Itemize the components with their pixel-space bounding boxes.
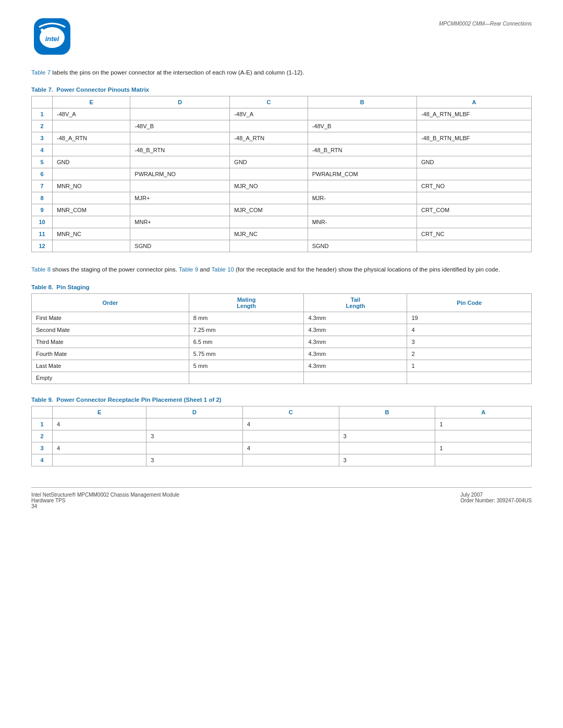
table7-cell-A: -48_B_RTN_MLBF xyxy=(417,132,532,144)
table7-cell-D: MNR+ xyxy=(130,216,230,228)
table7-cell-num: 9 xyxy=(32,204,53,216)
table7-cell-B: PWRALRM_COM xyxy=(308,168,417,180)
table8-label: Table 8. xyxy=(31,284,53,290)
table7-cell-num: 10 xyxy=(32,216,53,228)
table9-cell-A: 1 xyxy=(435,442,532,454)
table8-cell-mating: 6.5 mm xyxy=(189,336,304,348)
table7-cell-D xyxy=(130,228,230,240)
table7-cell-A: GND xyxy=(417,156,532,168)
svg-point-3 xyxy=(41,29,44,32)
table9-cell-C xyxy=(242,454,339,466)
table7-cell-num: 7 xyxy=(32,180,53,192)
table7-cell-E xyxy=(53,120,130,132)
table-row: 10MNR+MNR- xyxy=(32,216,532,228)
table7-cell-E: -48V_A xyxy=(53,108,130,120)
table7: E D C B A 1-48V_A-48V_A-48_A_RTN_MLBF2-4… xyxy=(31,96,532,252)
table8-cell-order: Third Mate xyxy=(32,336,189,348)
table-row: 7MNR_NOMJR_NOCRT_NO xyxy=(32,180,532,192)
table9: E D C B A 14412333441433 xyxy=(31,406,532,466)
table-row: 2-48V_B-48V_B xyxy=(32,120,532,132)
table9-cell-num: 1 xyxy=(32,418,53,430)
table8-col-mating: MatingLength xyxy=(189,293,304,312)
table9-cell-B xyxy=(339,442,435,454)
table8-heading: Pin Staging xyxy=(56,284,89,290)
table7-cell-C: -48V_A xyxy=(230,108,308,120)
table-row: Last Mate5 mm4.3mm1 xyxy=(32,360,532,372)
table7-cell-A xyxy=(417,168,532,180)
table7-cell-B xyxy=(308,156,417,168)
table8-ref[interactable]: Table 8 xyxy=(31,266,51,273)
table-row: Second Mate7.25 mm4.3mm4 xyxy=(32,324,532,336)
table7-cell-B: MJR- xyxy=(308,192,417,204)
table7-cell-C xyxy=(230,240,308,252)
table-row: Empty xyxy=(32,372,532,384)
table9-cell-E: 4 xyxy=(53,442,146,454)
table8-cell-order: Last Mate xyxy=(32,360,189,372)
table7-header-row: E D C B A xyxy=(32,96,532,108)
svg-text:intel: intel xyxy=(45,35,59,43)
table7-cell-E xyxy=(53,168,130,180)
table9-ref[interactable]: Table 9 xyxy=(179,266,198,273)
table7-heading: Power Connector Pinouts Matrix xyxy=(56,87,149,93)
table8-section: Table 8. Pin Staging Order MatingLength … xyxy=(31,284,532,384)
table7-cell-B xyxy=(308,132,417,144)
table7-cell-E xyxy=(53,192,130,204)
table9-cell-D: 3 xyxy=(146,454,243,466)
table8-cell-order: Empty xyxy=(32,372,189,384)
table9-cell-C: 4 xyxy=(242,418,339,430)
table9-cell-num: 4 xyxy=(32,454,53,466)
table7-cell-D xyxy=(130,156,230,168)
table7-ref-link[interactable]: Table 7 xyxy=(31,69,51,76)
table7-cell-B xyxy=(308,108,417,120)
table7-cell-E xyxy=(53,144,130,156)
table9-cell-E xyxy=(53,454,146,466)
doc-subtitle: MPCMM0002 CMM—Rear Connections xyxy=(439,16,532,27)
table7-section: Table 7. Power Connector Pinouts Matrix … xyxy=(31,87,532,252)
table7-cell-num: 8 xyxy=(32,192,53,204)
table8-title: Table 8. Pin Staging xyxy=(31,284,532,290)
table8-cell-tail xyxy=(304,372,407,384)
table7-cell-B: -48V_B xyxy=(308,120,417,132)
table8-cell-mating: 7.25 mm xyxy=(189,324,304,336)
table7-col-A: A xyxy=(417,96,532,108)
table8-cell-pin: 4 xyxy=(407,324,532,336)
table9-cell-num: 2 xyxy=(32,430,53,442)
footer-page-num: 34 xyxy=(31,503,179,509)
table7-cell-A xyxy=(417,120,532,132)
table7-cell-E: GND xyxy=(53,156,130,168)
table7-cell-D xyxy=(130,180,230,192)
table9-title: Table 9. Power Connector Receptacle Pin … xyxy=(31,397,532,403)
table7-col-E: E xyxy=(53,96,130,108)
table8-cell-tail: 4.3mm xyxy=(304,348,407,360)
table-row: 8MJR+MJR- xyxy=(32,192,532,204)
table7-cell-E: MNR_NC xyxy=(53,228,130,240)
table-row: 9MNR_COMMJR_COMCRT_COM xyxy=(32,204,532,216)
table8-cell-order: Second Mate xyxy=(32,324,189,336)
table7-cell-C: MJR_COM xyxy=(230,204,308,216)
table7-cell-A xyxy=(417,192,532,204)
table10-ref[interactable]: Table 10 xyxy=(211,266,234,273)
table7-cell-num: 4 xyxy=(32,144,53,156)
table8-cell-order: First Mate xyxy=(32,312,189,324)
table9-header-row: E D C B A xyxy=(32,406,532,418)
table9-cell-B: 3 xyxy=(339,430,435,442)
table-row: 1441 xyxy=(32,418,532,430)
table8-cell-pin: 3 xyxy=(407,336,532,348)
table7-cell-B xyxy=(308,228,417,240)
table7-cell-C xyxy=(230,144,308,156)
footer-right: July 2007 Order Number: 309247-004US xyxy=(460,492,532,509)
table7-cell-num: 6 xyxy=(32,168,53,180)
table7-cell-A: CRT_COM xyxy=(417,204,532,216)
intel-logo: intel xyxy=(31,16,73,58)
table-row: 5GNDGNDGND xyxy=(32,156,532,168)
table-row: 4-48_B_RTN-48_B_RTN xyxy=(32,144,532,156)
table7-cell-E xyxy=(53,216,130,228)
table7-cell-D xyxy=(130,132,230,144)
table7-cell-B: MNR- xyxy=(308,216,417,228)
table9-label: Table 9. xyxy=(31,397,53,403)
table7-title: Table 7. Power Connector Pinouts Matrix xyxy=(31,87,532,93)
table7-cell-C: MJR_NO xyxy=(230,180,308,192)
table7-cell-B xyxy=(308,180,417,192)
table9-cell-A xyxy=(435,430,532,442)
table7-cell-num: 5 xyxy=(32,156,53,168)
